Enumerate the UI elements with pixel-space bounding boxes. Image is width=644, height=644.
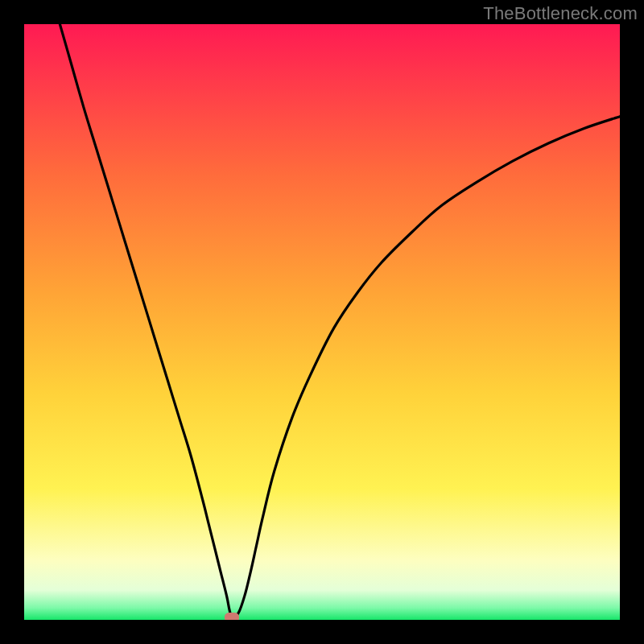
watermark-text: TheBottleneck.com [483, 3, 638, 24]
plot-area [24, 24, 620, 620]
bottleneck-curve [60, 24, 620, 618]
curve-svg [24, 24, 620, 620]
optimum-marker [225, 613, 239, 620]
chart-frame: TheBottleneck.com [0, 0, 644, 644]
